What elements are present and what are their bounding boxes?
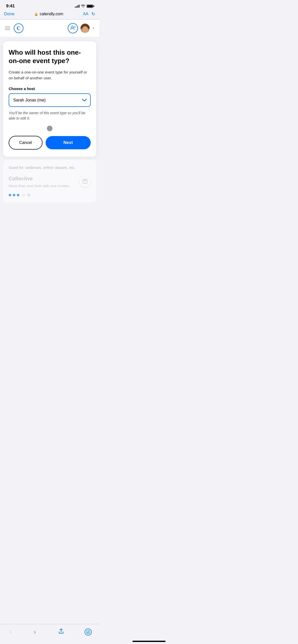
dot-1: [9, 194, 11, 196]
hamburger-menu-icon[interactable]: [5, 26, 10, 30]
avatar-image: [80, 24, 90, 33]
collective-title: Collective: [9, 176, 70, 182]
dot-2: [13, 194, 15, 196]
wifi-icon: [81, 4, 85, 8]
next-button[interactable]: Next: [46, 136, 91, 149]
lock-icon: 🔒: [34, 12, 38, 16]
dot-3: [17, 194, 19, 196]
loading-indicator: [47, 126, 52, 131]
dot-4: [28, 194, 30, 196]
add-user-button[interactable]: [68, 23, 78, 33]
refresh-icon[interactable]: ↻: [91, 11, 95, 17]
status-bar: 9:41: [0, 0, 99, 10]
help-button[interactable]: [79, 176, 91, 187]
browser-controls: AA ↻: [83, 11, 95, 17]
header-right: ▾: [68, 23, 94, 33]
modal-description: Create a one-on-one event type for yours…: [9, 69, 91, 81]
battery-icon: [87, 5, 93, 8]
dot-arrow: →: [21, 193, 25, 197]
calendly-logo: C: [14, 23, 23, 33]
dot-indicators: →: [9, 193, 91, 197]
address-bar[interactable]: 🔒 calendly.com: [18, 12, 80, 16]
site-header: C ▾: [0, 20, 99, 37]
status-time: 9:41: [6, 4, 15, 9]
bg-description: Good for: webinars, online classes, etc.: [9, 165, 91, 171]
logo-letter: C: [17, 25, 20, 31]
done-button[interactable]: Done: [4, 11, 15, 17]
add-user-icon: [70, 26, 75, 31]
svg-point-0: [71, 26, 73, 28]
header-left: C: [5, 23, 23, 33]
host-select[interactable]: Sarah Jonas (me): [9, 94, 90, 106]
cancel-button[interactable]: Cancel: [9, 136, 43, 150]
browser-chrome: Done 🔒 calendly.com AA ↻: [0, 10, 99, 19]
url-text: calendly.com: [40, 12, 63, 16]
avatar-dropdown-icon[interactable]: ▾: [93, 26, 94, 30]
svg-point-4: [85, 182, 85, 182]
aa-button[interactable]: AA: [83, 12, 88, 16]
modal-actions: Cancel Next: [9, 136, 91, 150]
signal-bars-icon: [75, 5, 79, 8]
collective-desc: More than one host with one invitee.: [9, 183, 70, 189]
owner-note: You'll be the owner of this event type s…: [9, 110, 91, 121]
host-select-wrapper[interactable]: Sarah Jonas (me): [9, 93, 91, 107]
background-content: Good for: webinars, online classes, etc.…: [3, 160, 96, 202]
modal-title: Who will host this one-on-one event type…: [9, 48, 91, 65]
modal-card: Who will host this one-on-one event type…: [3, 41, 96, 157]
main-content: Who will host this one-on-one event type…: [0, 37, 99, 207]
status-icons: [75, 4, 93, 8]
user-avatar[interactable]: [80, 24, 90, 33]
choose-host-label: Choose a host: [9, 86, 91, 91]
